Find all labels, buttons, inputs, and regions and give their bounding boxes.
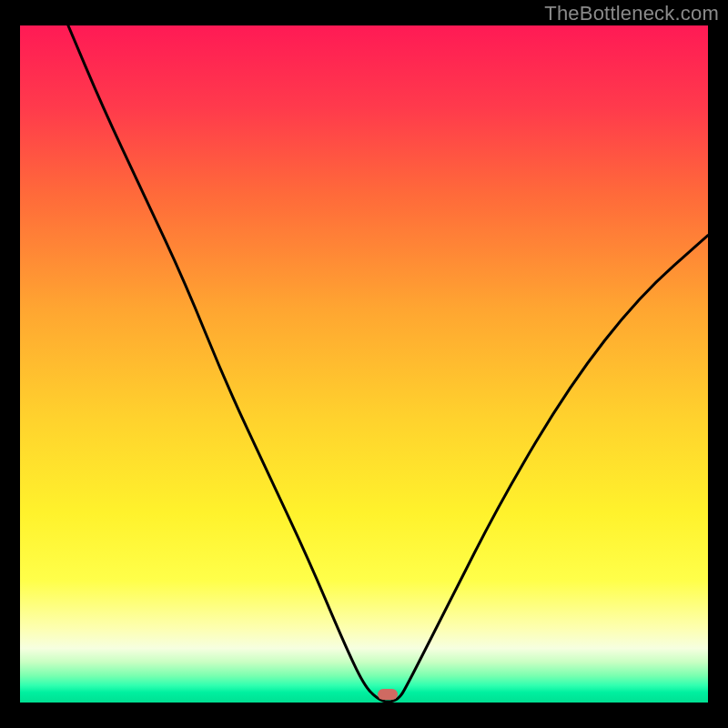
watermark-text: TheBottleneck.com xyxy=(544,2,719,25)
bottleneck-curve xyxy=(20,25,708,703)
minimum-marker xyxy=(378,689,398,700)
plot-area xyxy=(20,25,708,703)
chart-frame: TheBottleneck.com xyxy=(0,0,728,728)
